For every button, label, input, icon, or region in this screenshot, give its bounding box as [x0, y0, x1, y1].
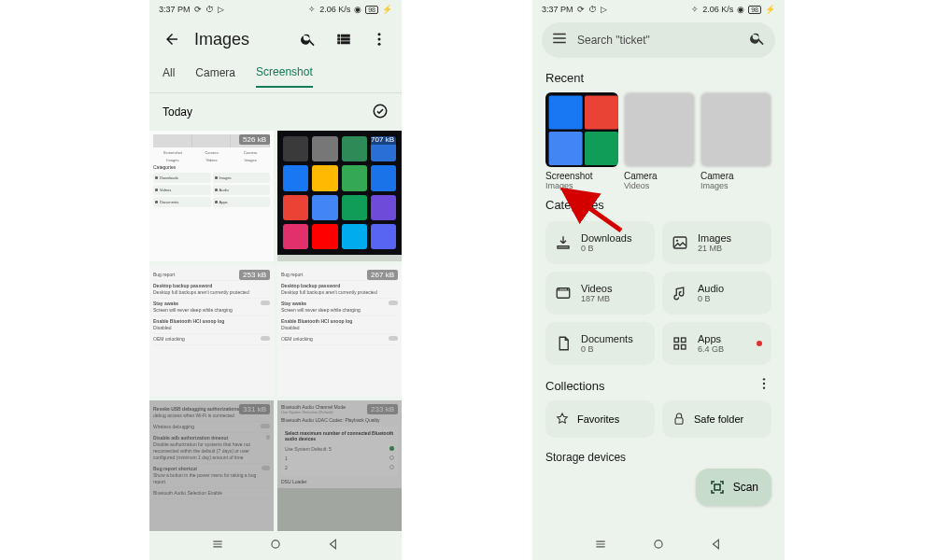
images-header: Images [149, 19, 402, 60]
wifi-icon: ◉ [737, 5, 744, 14]
arrow-back-icon [163, 31, 180, 48]
status-bar: 3:37 PM ⟳ ⏱ ▷ ✧ 2.06 K/s ◉ 98 ⚡ [532, 0, 785, 19]
vibrate-icon: ✧ [691, 5, 699, 14]
category-images[interactable]: Images21 MB [662, 221, 771, 264]
thumb-3[interactable]: Bug report Desktop backup passwordDeskto… [149, 266, 274, 397]
mini-label: Camera [231, 150, 270, 156]
storage-heading: Storage devices [532, 447, 785, 468]
scan-fab[interactable]: Scan [696, 469, 771, 506]
svg-rect-10 [682, 338, 686, 343]
system-nav-bar [149, 532, 402, 560]
category-apps[interactable]: Apps6.4 GB [662, 322, 771, 365]
collections-more[interactable] [757, 376, 771, 395]
svg-point-18 [655, 540, 662, 548]
clock-icon: ⏱ [205, 5, 214, 14]
search-button[interactable] [295, 26, 321, 52]
svg-rect-11 [674, 345, 679, 350]
battery-icon: 98 [748, 6, 761, 14]
phone-left: 3:37 PM ⟳ ⏱ ▷ ✧ 2.06 K/s ◉ 98 ⚡ Images [149, 0, 402, 560]
star-icon [555, 412, 570, 427]
svg-point-3 [374, 105, 387, 118]
status-time: 3:37 PM [159, 5, 191, 14]
apps-notification-dot [757, 341, 762, 346]
nav-back[interactable] [327, 538, 340, 554]
thumb-5[interactable]: Revoke USB debugging authorizationsdebug… [149, 400, 274, 531]
recent-item-camera-image[interactable]: Camera Images [700, 92, 771, 190]
recent-icon [594, 538, 607, 551]
categories-heading: Categories [532, 194, 785, 216]
mini-label: Images [231, 158, 270, 163]
recent-heading: Recent [532, 67, 785, 89]
mini-label: Camera [192, 150, 232, 156]
file-size-badge: 526 kB [239, 134, 270, 145]
file-size-badge: 331 kB [239, 404, 270, 414]
mini-label: Images [153, 158, 192, 163]
select-all-button[interactable] [372, 103, 389, 122]
categories-grid: Downloads0 B Images21 MB Videos187 MB Au… [532, 216, 785, 371]
lock-icon [672, 412, 686, 427]
thumb-2[interactable]: 707 kB [277, 131, 402, 261]
search-hint: Search "ticket" [577, 34, 740, 47]
thumb-1[interactable]: Screenshot Camera Camera Images Videos I… [149, 131, 274, 261]
search-action[interactable] [749, 30, 766, 50]
screenshot-grid[interactable]: Screenshot Camera Camera Images Videos I… [149, 131, 402, 532]
back-icon [710, 538, 723, 551]
tab-screenshot[interactable]: Screenshot [256, 65, 313, 88]
category-downloads[interactable]: Downloads0 B [545, 221, 655, 264]
view-list-icon [335, 31, 352, 48]
section-today: Today [149, 93, 402, 131]
document-icon [555, 335, 572, 352]
more-vert-icon [371, 31, 388, 48]
home-icon [652, 538, 665, 551]
hamburger-icon [551, 30, 568, 47]
thumb-4[interactable]: Bug report Desktop backup passwordDeskto… [277, 266, 402, 397]
more-vert-icon [757, 376, 771, 391]
menu-button[interactable] [551, 30, 568, 50]
back-button[interactable] [159, 26, 185, 52]
sync-icon: ⟳ [577, 5, 585, 14]
svg-point-15 [763, 386, 765, 388]
download-icon [555, 234, 572, 251]
nav-home[interactable] [652, 538, 665, 554]
recent-icon [211, 538, 224, 551]
collection-favorites[interactable]: Favorites [545, 400, 655, 438]
svg-point-13 [763, 378, 765, 380]
image-icon [672, 234, 688, 251]
search-icon [749, 30, 766, 47]
section-label: Today [163, 105, 192, 119]
category-videos[interactable]: Videos187 MB [545, 272, 655, 315]
nav-recent[interactable] [594, 538, 607, 554]
collection-safe-folder[interactable]: Safe folder [662, 400, 771, 438]
nav-home[interactable] [269, 538, 282, 554]
svg-point-7 [676, 240, 678, 242]
page-title: Images [194, 30, 249, 49]
category-audio[interactable]: Audio0 B [662, 272, 771, 315]
mini-label: Videos [192, 158, 232, 163]
status-time: 3:37 PM [542, 5, 573, 14]
video-icon [555, 285, 572, 301]
view-list-button[interactable] [331, 26, 357, 52]
collections-heading: Collections [545, 379, 605, 393]
file-size-badge: 707 kB [367, 134, 398, 145]
status-bar: 3:37 PM ⟳ ⏱ ▷ ✧ 2.06 K/s ◉ 98 ⚡ [149, 0, 402, 19]
check-circle-icon [372, 103, 389, 119]
clock-icon: ⏱ [588, 5, 597, 14]
tab-all[interactable]: All [163, 66, 175, 87]
recent-item-camera-video[interactable]: Camera Videos [624, 92, 695, 190]
category-documents[interactable]: Documents0 B [545, 322, 655, 365]
more-button[interactable] [366, 26, 392, 52]
phone-right: 3:37 PM ⟳ ⏱ ▷ ✧ 2.06 K/s ◉ 98 ⚡ Search "… [532, 0, 785, 560]
nav-recent[interactable] [211, 538, 224, 554]
thumb-6[interactable]: Bluetooth Audio Channel Mode Use System … [277, 400, 402, 531]
wifi-icon: ◉ [354, 5, 361, 14]
system-nav-bar [532, 532, 785, 560]
recent-item-screenshot[interactable]: Screenshot Images [545, 92, 618, 190]
charging-icon: ⚡ [382, 5, 392, 14]
charging-icon: ⚡ [765, 5, 775, 14]
mini-heading: Categories [153, 164, 270, 171]
search-bar[interactable]: Search "ticket" [542, 22, 775, 58]
scan-icon [709, 479, 726, 496]
search-icon [300, 31, 317, 48]
nav-back[interactable] [710, 538, 723, 554]
tab-camera[interactable]: Camera [195, 66, 235, 87]
